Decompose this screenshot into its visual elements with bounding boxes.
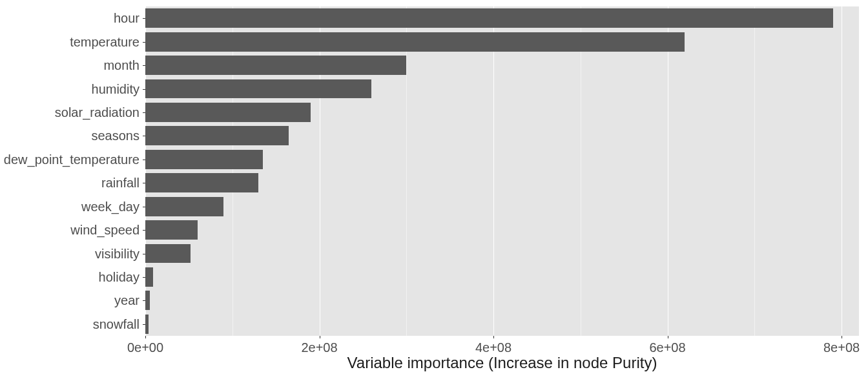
y-tick-label: snowfall <box>1 318 140 331</box>
x-tick-label: 8e+08 <box>823 340 860 355</box>
y-tick-label: month <box>1 59 140 72</box>
bar <box>145 56 406 75</box>
y-tick-label: temperature <box>1 36 140 48</box>
x-axis-title: Variable importance (Increase in node Pu… <box>145 354 859 372</box>
y-tick-mark <box>143 18 145 19</box>
y-tick-mark <box>143 42 145 43</box>
x-tick-mark <box>145 336 146 338</box>
x-tick-label: 6e+08 <box>649 340 685 355</box>
bar <box>145 150 263 169</box>
bar <box>145 8 833 28</box>
bar <box>145 32 685 52</box>
y-tick-mark <box>143 160 145 160</box>
y-tick-mark <box>143 65 145 66</box>
x-tick-mark <box>668 336 668 338</box>
y-tick-mark <box>143 324 145 325</box>
y-tick-mark <box>143 300 145 301</box>
bar <box>145 315 149 334</box>
y-tick-mark <box>143 230 145 231</box>
x-tick-label: 4e+08 <box>475 340 512 355</box>
y-tick-label: dew_point_temperature <box>1 153 140 166</box>
x-tick-mark <box>493 336 494 338</box>
y-tick-label: year <box>1 294 140 307</box>
y-tick-mark <box>143 207 145 207</box>
y-tick-label: wind_speed <box>1 223 140 236</box>
variable-importance-chart: Variable importance (Increase in node Pu… <box>0 0 868 372</box>
gridline-major <box>842 6 842 336</box>
y-tick-mark <box>143 112 145 113</box>
gridline-major <box>493 6 494 336</box>
x-tick-mark <box>320 336 320 338</box>
y-tick-label: rainfall <box>1 176 140 189</box>
gridline-major <box>668 6 668 336</box>
plot-panel <box>145 6 859 336</box>
y-tick-label: visibility <box>1 247 140 260</box>
y-tick-mark <box>143 254 145 254</box>
bar <box>145 220 198 240</box>
x-tick-mark <box>842 336 842 338</box>
bar <box>145 79 371 99</box>
y-tick-mark <box>143 277 145 278</box>
bar <box>145 173 258 192</box>
bar <box>145 267 153 287</box>
bar <box>145 244 191 264</box>
bar <box>145 291 150 310</box>
y-tick-mark <box>143 183 145 183</box>
y-tick-label: seasons <box>1 129 140 142</box>
y-tick-mark <box>143 89 145 90</box>
x-tick-label: 0e+00 <box>127 340 163 355</box>
y-tick-label: humidity <box>1 83 140 96</box>
bar <box>145 197 223 216</box>
y-tick-label: solar_radiation <box>1 106 140 119</box>
y-tick-label: hour <box>1 12 140 25</box>
bar <box>145 126 289 145</box>
gridline-minor <box>581 6 581 336</box>
y-tick-label: holiday <box>1 271 140 284</box>
y-tick-mark <box>143 136 145 136</box>
gridline-minor <box>406 6 407 336</box>
gridline-minor <box>754 6 755 336</box>
x-tick-label: 2e+08 <box>301 340 337 355</box>
bar <box>145 103 311 122</box>
y-tick-label: week_day <box>1 200 140 213</box>
